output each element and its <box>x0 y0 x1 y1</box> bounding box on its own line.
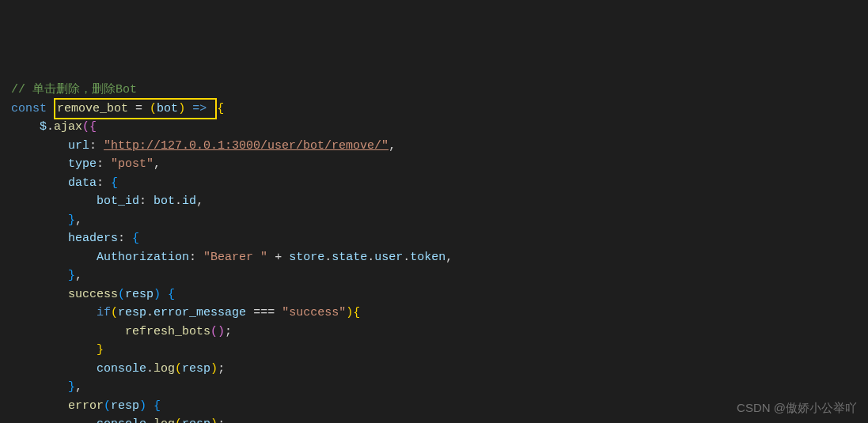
code-line: }, <box>11 266 857 285</box>
code-line: bot_id: bot.id, <box>11 192 857 211</box>
code-line: refresh_bots(); <box>11 323 857 342</box>
code-line: // 单击删除，删除Bot <box>11 81 857 100</box>
code-line: console.log(resp); <box>11 360 857 379</box>
code-line: const remove_bot = (bot) => { <box>11 100 857 119</box>
comment-text: // 单击删除，删除Bot <box>11 83 137 96</box>
watermark-text: CSDN @傲娇小公举吖 <box>737 398 857 417</box>
code-line: url: "http://127.0.0.1:3000/user/bot/rem… <box>11 137 857 156</box>
code-line: } <box>11 341 857 360</box>
code-editor[interactable]: // 单击删除，删除Botconst remove_bot = (bot) =>… <box>11 81 857 423</box>
code-line: success(resp) { <box>11 285 857 304</box>
code-line: type: "post", <box>11 155 857 174</box>
code-line: error(resp) { <box>11 397 857 416</box>
code-line: Authorization: "Bearer " + store.state.u… <box>11 248 857 267</box>
code-line: if(resp.error_message === "success"){ <box>11 304 857 323</box>
code-line: }, <box>11 211 857 230</box>
code-line: $.ajax({ <box>11 118 857 137</box>
code-line: headers: { <box>11 229 857 248</box>
url-string: "http://127.0.0.1:3000/user/bot/remove/" <box>104 139 389 153</box>
code-line: }, <box>11 378 857 397</box>
code-line: data: { <box>11 174 857 193</box>
code-line: console.log(resp); <box>11 415 857 423</box>
highlighted-declaration: remove_bot = (bot) => <box>54 98 217 120</box>
